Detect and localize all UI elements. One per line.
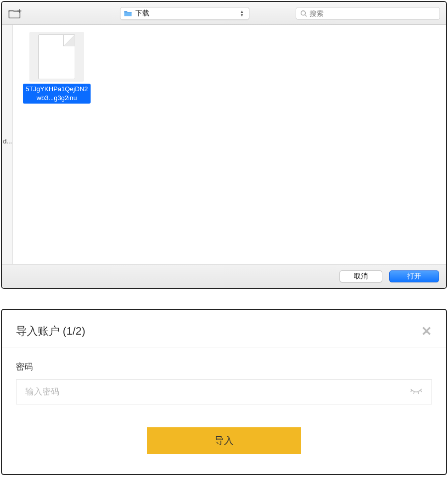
modal-body: 密码 导入 xyxy=(2,348,446,474)
eye-closed-icon[interactable] xyxy=(410,387,423,397)
svg-point-3 xyxy=(301,10,306,15)
import-account-modal: 导入账户 (1/2) ✕ 密码 导入 xyxy=(1,309,447,475)
file-thumbnail xyxy=(29,32,84,82)
close-icon[interactable]: ✕ xyxy=(421,325,432,338)
dialog-sidebar[interactable]: d... xyxy=(2,25,13,264)
password-field-wrap xyxy=(16,379,432,404)
modal-title: 导入账户 (1/2) xyxy=(16,324,421,339)
password-input[interactable] xyxy=(25,387,410,397)
svg-line-6 xyxy=(414,392,414,394)
file-open-dialog: 下载 ▲▼ d... 5TJgYKHPa1QejDN2wb3...g3g2inu xyxy=(1,1,447,289)
svg-line-4 xyxy=(305,14,307,16)
search-input[interactable] xyxy=(310,9,436,17)
open-button[interactable]: 打开 xyxy=(389,270,439,282)
new-folder-button[interactable] xyxy=(8,7,23,19)
sidebar-truncated-item[interactable]: d... xyxy=(3,137,12,145)
dialog-footer: 取消 打开 xyxy=(2,264,446,288)
dialog-toolbar: 下载 ▲▼ xyxy=(2,2,446,25)
file-list[interactable]: 5TJgYKHPa1QejDN2wb3...g3g2inu xyxy=(13,25,446,264)
svg-line-8 xyxy=(421,390,422,392)
folder-name: 下载 xyxy=(135,9,238,18)
folder-dropdown[interactable]: 下载 ▲▼ xyxy=(120,7,249,20)
search-icon xyxy=(300,10,307,17)
svg-line-5 xyxy=(411,390,412,392)
modal-header: 导入账户 (1/2) ✕ xyxy=(2,310,446,348)
dialog-main: d... 5TJgYKHPa1QejDN2wb3...g3g2inu xyxy=(2,25,446,264)
search-box[interactable] xyxy=(296,7,440,20)
updown-icon: ▲▼ xyxy=(238,10,246,17)
folder-icon xyxy=(123,9,132,18)
file-name: 5TJgYKHPa1QejDN2wb3...g3g2inu xyxy=(23,84,91,104)
document-icon xyxy=(38,34,75,79)
svg-line-7 xyxy=(418,392,419,394)
import-button[interactable]: 导入 xyxy=(147,427,301,454)
svg-rect-0 xyxy=(9,11,20,18)
cancel-button[interactable]: 取消 xyxy=(339,270,382,282)
password-label: 密码 xyxy=(16,361,432,373)
file-item-selected[interactable]: 5TJgYKHPa1QejDN2wb3...g3g2inu xyxy=(23,32,91,104)
